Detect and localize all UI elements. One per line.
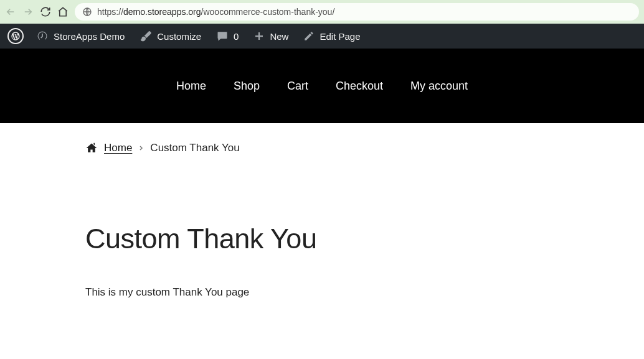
home-icon [85,142,98,154]
wp-site-item[interactable]: StoreApps Demo [29,24,132,49]
wp-customize-item[interactable]: Customize [132,24,209,49]
breadcrumb-home[interactable]: Home [104,142,132,154]
site-nav: Home Shop Cart Checkout My account [0,49,644,123]
brush-icon [140,30,152,42]
wp-edit-page-label: Edit Page [320,31,360,42]
nav-shop[interactable]: Shop [234,80,260,93]
wp-customize-label: Customize [157,31,201,42]
breadcrumb: Home Custom Thank You [85,142,559,154]
home-button[interactable] [57,6,69,17]
page-title: Custom Thank You [85,223,559,255]
url-bar[interactable]: https://demo.storeapps.org/woocommerce-c… [75,3,639,21]
breadcrumb-current: Custom Thank You [150,142,239,154]
nav-checkout[interactable]: Checkout [336,80,383,93]
wp-logo-item[interactable] [5,24,29,49]
reload-icon [40,6,51,17]
wp-admin-bar: StoreApps Demo Customize 0 New Edit Page [0,24,644,49]
nav-account[interactable]: My account [410,80,468,93]
back-button[interactable] [5,6,16,17]
arrow-left-icon [5,6,16,17]
pencil-icon [303,30,315,42]
wp-site-name: StoreApps Demo [54,31,125,42]
comment-icon [216,30,229,42]
globe-icon [82,7,92,17]
chevron-right-icon [138,144,144,152]
wordpress-logo-icon [7,28,24,44]
wp-comments-item[interactable]: 0 [209,24,246,49]
forward-button[interactable] [22,6,34,17]
plus-icon [253,30,265,42]
nav-home[interactable]: Home [176,80,206,93]
arrow-right-icon [22,6,34,17]
url-text: https://demo.storeapps.org/woocommerce-c… [97,7,334,17]
wp-edit-page-item[interactable]: Edit Page [296,24,367,49]
wp-new-item[interactable]: New [246,24,296,49]
home-icon [57,6,69,17]
page-body: This is my custom Thank You page [85,286,559,299]
wp-new-label: New [270,31,288,42]
page-content: Home Custom Thank You Custom Thank You T… [85,123,559,299]
browser-toolbar: https://demo.storeapps.org/woocommerce-c… [0,0,644,24]
nav-cart[interactable]: Cart [287,80,308,93]
dashboard-icon [36,30,49,42]
reload-button[interactable] [40,6,51,17]
wp-comments-count: 0 [234,31,239,42]
